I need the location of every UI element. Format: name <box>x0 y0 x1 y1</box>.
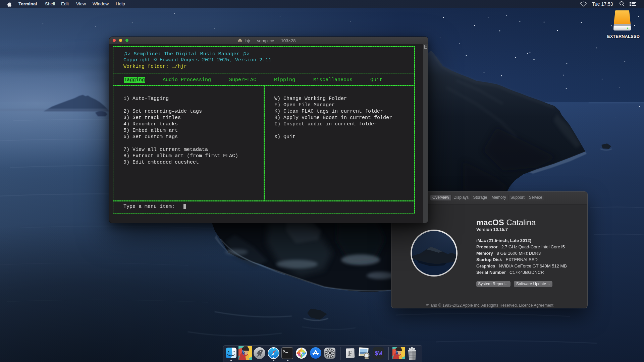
svg-text:F: F <box>348 349 352 357</box>
svg-text:$W: $W <box>375 350 382 357</box>
